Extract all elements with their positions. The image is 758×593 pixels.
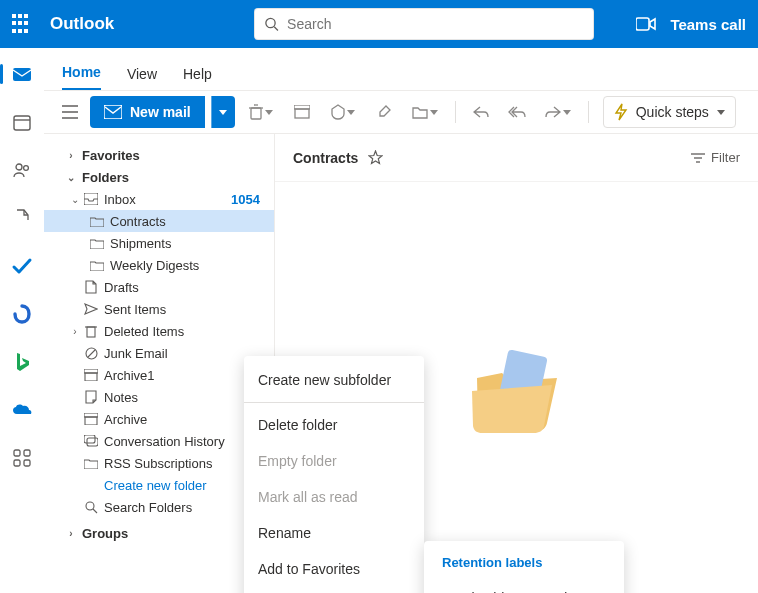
favorite-star-icon[interactable] xyxy=(368,150,383,165)
folder-deleted[interactable]: ›Deleted Items xyxy=(44,320,274,342)
tab-home[interactable]: Home xyxy=(62,64,101,90)
app-name: Outlook xyxy=(50,14,114,34)
svg-rect-11 xyxy=(24,460,30,466)
folders-section[interactable]: ⌄Folders xyxy=(44,166,274,188)
rail-todo-icon[interactable] xyxy=(10,254,34,278)
ctx-add-favorites[interactable]: Add to Favorites xyxy=(244,551,424,587)
archive-label: Archive xyxy=(104,412,147,427)
favorites-section[interactable]: ›Favorites xyxy=(44,144,274,166)
rail-m365-icon[interactable] xyxy=(10,302,34,326)
suite-bar: Outlook Teams call xyxy=(0,0,758,48)
ctx-create-subfolder[interactable]: Create new subfolder xyxy=(244,362,424,398)
ctx-rename[interactable]: Rename xyxy=(244,515,424,551)
sent-label: Sent Items xyxy=(104,302,166,317)
ctx-mark-all-read: Mark all as read xyxy=(244,479,424,515)
search-folders-label: Search Folders xyxy=(104,500,192,515)
favorites-label: Favorites xyxy=(82,148,140,163)
svg-rect-30 xyxy=(84,435,95,443)
teams-call-area[interactable]: Teams call xyxy=(636,16,746,33)
folder-drafts[interactable]: Drafts xyxy=(44,276,274,298)
toolbar: New mail Quick steps xyxy=(44,90,758,134)
sweep-button[interactable] xyxy=(369,97,399,127)
archive-button[interactable] xyxy=(287,97,317,127)
tab-view[interactable]: View xyxy=(127,66,157,90)
folder-conversation-history[interactable]: Conversation History xyxy=(44,430,274,452)
ctx-delete-folder[interactable]: Delete folder xyxy=(244,407,424,443)
svg-rect-27 xyxy=(85,373,97,381)
svg-point-32 xyxy=(86,502,94,510)
folder-archive[interactable]: Archive xyxy=(44,408,274,430)
rss-label: RSS Subscriptions xyxy=(104,456,212,471)
svg-rect-26 xyxy=(84,369,98,373)
folder-title: Contracts xyxy=(293,150,358,166)
hamburger-icon[interactable] xyxy=(56,98,84,126)
folder-shipments[interactable]: Shipments xyxy=(44,232,274,254)
create-new-folder-link[interactable]: Create new folder xyxy=(44,474,274,496)
ctx-separator xyxy=(244,402,424,403)
forward-button[interactable] xyxy=(538,97,578,127)
svg-rect-8 xyxy=(14,450,20,456)
app-launcher-icon[interactable] xyxy=(12,14,32,34)
folder-junk[interactable]: Junk Email xyxy=(44,342,274,364)
policy-retain-shipment[interactable]: Retain shipment orders xyxy=(424,580,624,593)
filter-button[interactable]: Filter xyxy=(691,150,740,165)
svg-line-1 xyxy=(274,27,278,31)
move-button[interactable] xyxy=(405,97,445,127)
new-mail-button[interactable]: New mail xyxy=(90,96,205,128)
reply-button[interactable] xyxy=(466,97,496,127)
svg-rect-10 xyxy=(14,460,20,466)
search-box[interactable] xyxy=(254,8,594,40)
lightning-icon xyxy=(614,103,628,121)
filter-icon xyxy=(691,152,705,164)
groups-section[interactable]: ›Groups xyxy=(44,522,274,544)
rail-files-icon[interactable] xyxy=(10,206,34,230)
folder-sent[interactable]: Sent Items xyxy=(44,298,274,320)
folder-weekly-digests[interactable]: Weekly Digests xyxy=(44,254,274,276)
assign-policy-flyout: Retention labels Retain shipment orders … xyxy=(424,541,624,593)
rail-calendar-icon[interactable] xyxy=(10,110,34,134)
folder-archive1[interactable]: Archive1 xyxy=(44,364,274,386)
delete-button[interactable] xyxy=(241,97,281,127)
folder-search-folders[interactable]: Search Folders xyxy=(44,496,274,518)
rail-onedrive-icon[interactable] xyxy=(10,398,34,422)
svg-rect-28 xyxy=(84,413,98,417)
video-icon xyxy=(636,17,656,31)
ctx-empty-folder: Empty folder xyxy=(244,443,424,479)
teams-call-label: Teams call xyxy=(670,16,746,33)
svg-point-0 xyxy=(266,18,275,27)
search-input[interactable] xyxy=(287,16,584,32)
folder-rss[interactable]: RSS Subscriptions xyxy=(44,452,274,474)
svg-rect-31 xyxy=(87,438,98,446)
rail-mail-icon[interactable] xyxy=(10,62,34,86)
report-button[interactable] xyxy=(323,97,363,127)
inbox-count: 1054 xyxy=(231,192,266,207)
svg-line-25 xyxy=(88,350,95,357)
ctx-move[interactable]: Move xyxy=(244,587,424,593)
quick-steps-button[interactable]: Quick steps xyxy=(603,96,736,128)
svg-point-7 xyxy=(23,166,28,171)
folder-inbox[interactable]: ⌄Inbox1054 xyxy=(44,188,274,210)
rail-people-icon[interactable] xyxy=(10,158,34,182)
reply-all-button[interactable] xyxy=(502,97,532,127)
notes-label: Notes xyxy=(104,390,138,405)
new-mail-dropdown[interactable] xyxy=(211,96,235,128)
deleted-label: Deleted Items xyxy=(104,324,184,339)
folder-contracts[interactable]: Contracts xyxy=(44,210,274,232)
svg-line-33 xyxy=(93,509,97,513)
mail-icon xyxy=(104,105,122,119)
svg-rect-9 xyxy=(24,450,30,456)
folder-pane: ›Favorites ⌄Folders ⌄Inbox1054 Contracts… xyxy=(44,134,274,593)
conversation-history-label: Conversation History xyxy=(104,434,225,449)
shipments-label: Shipments xyxy=(110,236,171,251)
rail-bing-icon[interactable] xyxy=(10,350,34,374)
svg-rect-29 xyxy=(85,417,97,425)
tab-help[interactable]: Help xyxy=(183,66,212,90)
folder-notes[interactable]: Notes xyxy=(44,386,274,408)
rail-more-apps-icon[interactable] xyxy=(10,446,34,470)
groups-label: Groups xyxy=(82,526,128,541)
svg-rect-20 xyxy=(295,109,309,118)
svg-point-6 xyxy=(16,164,22,170)
search-icon xyxy=(264,16,279,32)
drafts-label: Drafts xyxy=(104,280,139,295)
chevron-down-icon xyxy=(717,110,725,115)
